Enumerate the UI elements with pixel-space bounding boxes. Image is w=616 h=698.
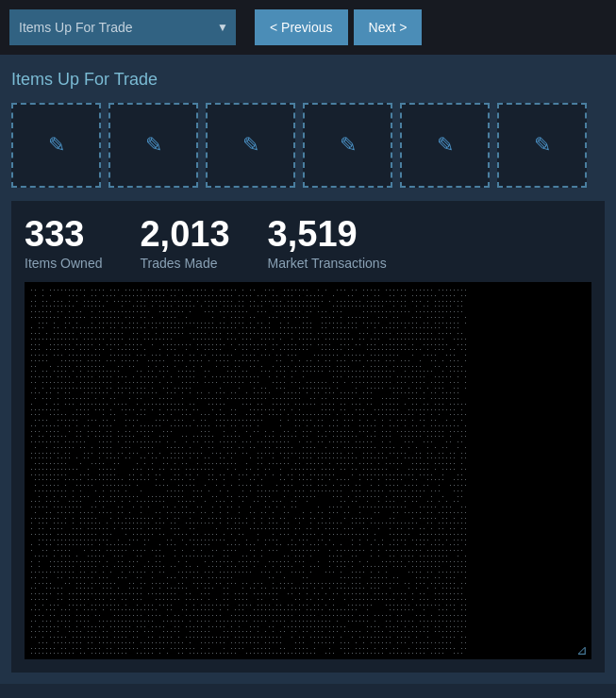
stat-trades-made: 2,013 Trades Made <box>140 216 229 271</box>
trade-slot-2[interactable]: ✎ <box>108 103 198 188</box>
trade-slot-6[interactable]: ✎ <box>497 103 587 188</box>
ascii-art-container: .. . .......... .... ... ..... .........… <box>25 282 591 659</box>
items-owned-label: Items Owned <box>25 256 102 271</box>
trade-items-grid: ✎ ✎ ✎ ✎ ✎ ✎ <box>11 103 605 188</box>
dropdown-wrapper: Items Up For Trade ▼ <box>9 9 236 45</box>
trades-made-number: 2,013 <box>140 216 229 252</box>
trade-slot-5[interactable]: ✎ <box>400 103 490 188</box>
edit-icon-2: ✎ <box>145 133 162 158</box>
category-dropdown[interactable]: Items Up For Trade <box>9 9 236 45</box>
previous-button[interactable]: < Previous <box>255 9 348 45</box>
edit-icon-3: ✎ <box>242 133 259 158</box>
edit-icon-5: ✎ <box>437 133 454 158</box>
edit-icon-1: ✎ <box>48 133 65 158</box>
trade-slot-1[interactable]: ✎ <box>11 103 101 188</box>
resize-handle-icon[interactable]: ⊿ <box>576 642 588 657</box>
next-button[interactable]: Next > <box>354 9 423 45</box>
stat-items-owned: 333 Items Owned <box>25 216 102 271</box>
section-title: Items Up For Trade <box>11 66 605 93</box>
stat-market-transactions: 3,519 Market Transactions <box>268 216 387 271</box>
main-content: Items Up For Trade ✎ ✎ ✎ ✎ ✎ ✎ 333 Items… <box>0 55 616 684</box>
stats-section: 333 Items Owned 2,013 Trades Made 3,519 … <box>11 201 605 673</box>
trade-slot-3[interactable]: ✎ <box>206 103 295 188</box>
stats-row: 333 Items Owned 2,013 Trades Made 3,519 … <box>25 216 591 271</box>
trades-made-label: Trades Made <box>140 256 229 271</box>
top-bar: Items Up For Trade ▼ < Previous Next > <box>0 0 616 55</box>
ascii-art: .. . .......... .... ... ..... .........… <box>30 288 586 656</box>
items-owned-number: 333 <box>25 216 102 252</box>
nav-buttons: < Previous Next > <box>255 9 422 45</box>
edit-icon-4: ✎ <box>340 133 357 158</box>
edit-icon-6: ✎ <box>534 133 551 158</box>
trade-slot-4[interactable]: ✎ <box>303 103 392 188</box>
market-tx-number: 3,519 <box>268 216 387 252</box>
market-tx-label: Market Transactions <box>268 256 387 271</box>
